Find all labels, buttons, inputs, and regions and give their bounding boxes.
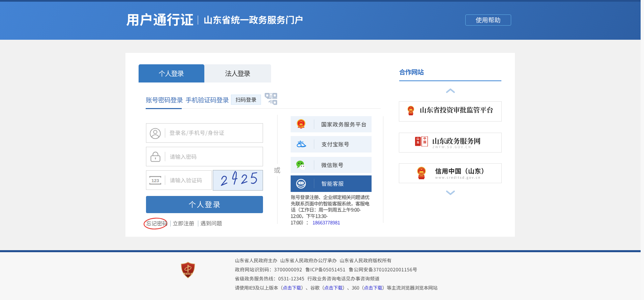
svg-text:123: 123 [151, 178, 159, 183]
